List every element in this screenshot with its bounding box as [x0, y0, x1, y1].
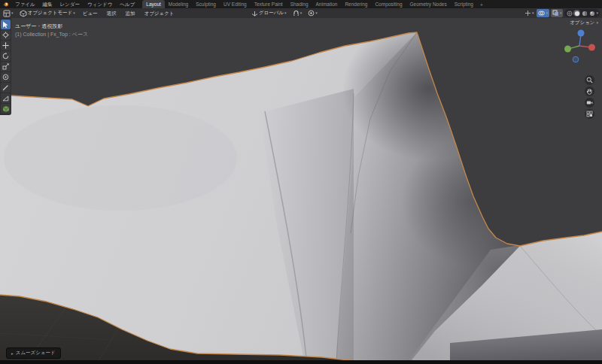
select-cursor-icon: [2, 21, 9, 29]
expand-caret-icon: ▸: [11, 351, 14, 356]
proportional-editing-toggle[interactable]: ▾: [306, 9, 319, 17]
menu-edit[interactable]: 編集: [39, 0, 56, 8]
orthographic-toggle-button[interactable]: [585, 109, 594, 119]
gizmos-dropdown[interactable]: ▾: [523, 9, 536, 17]
perspective-grid-icon: [586, 111, 593, 117]
chevron-down-icon: ▾: [315, 11, 318, 15]
viewport-nav-buttons: [585, 75, 594, 119]
tool-measure[interactable]: [1, 93, 11, 103]
tab-uv-editing[interactable]: UV Editing: [220, 0, 251, 8]
zoom-button[interactable]: [585, 75, 594, 85]
viewport-header-left: ▾ オブジェクトモード ▾ ビュー 選択 追加 オブジェクト: [2, 8, 177, 18]
measure-ruler-icon: [2, 95, 9, 102]
shading-rendered-icon: [589, 11, 595, 17]
tool-move[interactable]: [1, 41, 11, 50]
menu-file[interactable]: ファイル: [11, 0, 39, 8]
move-icon: [2, 42, 9, 49]
add-workspace-button[interactable]: +: [477, 2, 486, 8]
tab-geometry-nodes[interactable]: Geometry Nodes: [406, 0, 451, 8]
shading-material-button[interactable]: [581, 10, 588, 17]
chevron-down-icon: ▾: [546, 11, 548, 15]
menu-render[interactable]: レンダー: [56, 0, 84, 8]
tab-animation[interactable]: Animation: [312, 0, 342, 8]
cursor-3d-icon: [2, 32, 9, 38]
menu-view[interactable]: ビュー: [80, 8, 101, 18]
axis-z-negative-handle[interactable]: [573, 56, 579, 62]
magnifier-icon: [586, 77, 593, 83]
tab-shading[interactable]: Shading: [287, 0, 312, 8]
active-collection-label: (1) Collection | Fx_Top : ベース: [15, 30, 88, 38]
chevron-down-icon: ▾: [560, 11, 562, 15]
tab-layout[interactable]: Layout: [142, 0, 165, 8]
topbar: ファイル 編集 レンダー ウィンドウ ヘルプ Layout Modeling S…: [0, 0, 602, 8]
shading-wireframe-button[interactable]: [566, 10, 573, 17]
camera-icon: [586, 99, 593, 106]
shading-wireframe-icon: [567, 11, 573, 17]
axis-x-handle[interactable]: [588, 44, 595, 51]
camera-view-button[interactable]: [585, 98, 594, 108]
shading-material-icon: [582, 11, 588, 17]
options-label: オプション: [570, 20, 594, 26]
xray-icon: [552, 10, 559, 17]
axis-y-handle[interactable]: [564, 46, 571, 53]
workspace-tabs: Layout Modeling Sculpting UV Editing Tex…: [142, 0, 485, 8]
viewport-header-right: ▾ ▾ ▾: [523, 8, 600, 18]
tool-scale[interactable]: [1, 62, 11, 71]
blender-window: ファイル 編集 レンダー ウィンドウ ヘルプ Layout Modeling S…: [0, 0, 602, 364]
editor-type-icon: [3, 10, 11, 17]
tool-add-cube[interactable]: [1, 104, 11, 114]
menu-add[interactable]: 追加: [123, 8, 138, 18]
proportional-editing-icon: [308, 10, 315, 17]
chevron-down-icon: ▾: [532, 11, 534, 15]
shading-rendered-button[interactable]: [588, 10, 595, 17]
options-dropdown[interactable]: オプション ▾: [570, 20, 598, 26]
tab-modeling[interactable]: Modeling: [165, 0, 192, 8]
tab-scripting[interactable]: Scripting: [451, 0, 477, 8]
menu-help[interactable]: ヘルプ: [116, 0, 138, 8]
axis-z-handle[interactable]: [578, 30, 585, 37]
tool-annotate[interactable]: [1, 83, 11, 93]
view-perspective-label: ユーザー・透視投影: [15, 22, 88, 30]
pan-button[interactable]: [585, 86, 594, 96]
snap-toggle[interactable]: ▾: [291, 9, 304, 17]
editor-type-button[interactable]: ▾: [2, 9, 15, 18]
viewport-header: ▾ オブジェクトモード ▾ ビュー 選択 追加 オブジェクト グローバル ▾ ▾: [0, 8, 602, 18]
gizmo-menu-icon: [524, 10, 531, 17]
operator-panel-smooth-shade[interactable]: ▸ スムーズシェード: [6, 347, 61, 359]
tab-sculpting[interactable]: Sculpting: [192, 0, 220, 8]
transform-orientation-selector[interactable]: グローバル ▾: [250, 9, 288, 17]
menu-window[interactable]: ウィンドウ: [84, 0, 116, 8]
chevron-down-icon: ▾: [596, 11, 598, 15]
tab-compositing[interactable]: Compositing: [371, 0, 406, 8]
tool-select-box[interactable]: [1, 20, 11, 29]
menu-object[interactable]: オブジェクト: [141, 8, 178, 18]
tool-transform[interactable]: [1, 72, 11, 82]
tab-texture-paint[interactable]: Texture Paint: [251, 0, 287, 8]
overlays-toggle[interactable]: ▾: [537, 9, 549, 17]
viewport-shading-group: ▾: [564, 9, 600, 17]
chevron-down-icon: ▾: [11, 11, 14, 15]
status-bar: [0, 360, 602, 364]
chevron-down-icon: ▾: [73, 11, 75, 15]
mode-selector[interactable]: オブジェクトモード ▾: [18, 9, 77, 18]
orientation-label: グローバル: [259, 10, 284, 17]
viewport-header-middle: グローバル ▾ ▾ ▾: [250, 8, 319, 18]
annotate-pencil-icon: [2, 84, 9, 91]
scale-icon: [2, 63, 9, 70]
shading-solid-button[interactable]: [573, 10, 580, 17]
shading-solid-icon: [574, 11, 580, 17]
hand-icon: [586, 88, 593, 95]
navigation-gizmo[interactable]: [563, 27, 596, 66]
snap-magnet-icon: [293, 10, 299, 17]
chevron-down-icon: ▾: [596, 21, 598, 25]
menu-select[interactable]: 選択: [104, 8, 120, 18]
orientation-axes-icon: [251, 10, 258, 17]
xray-toggle[interactable]: ▾: [551, 9, 564, 17]
viewport-3d-scene[interactable]: [0, 0, 602, 364]
tool-rotate[interactable]: [1, 51, 11, 61]
blender-logo-icon[interactable]: [2, 1, 9, 8]
tab-rendering[interactable]: Rendering: [341, 0, 371, 8]
viewport-info-text: ユーザー・透視投影 (1) Collection | Fx_Top : ベース: [15, 22, 88, 38]
tool-cursor[interactable]: [1, 30, 11, 40]
chevron-down-icon: ▾: [284, 11, 287, 15]
